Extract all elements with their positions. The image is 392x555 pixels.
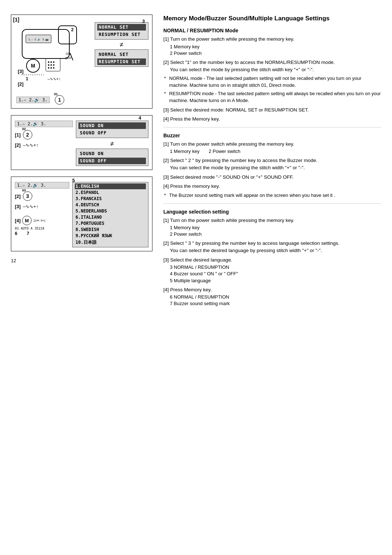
separator-2 [163, 203, 381, 204]
screen1-resumption-set: RESUMPTION SET [97, 31, 146, 38]
circle-1: 1 [55, 95, 64, 105]
svg-text:1: 1 [26, 76, 28, 81]
keypad-row1: 1.☆ 2.🔊 3. [16, 97, 50, 103]
svg-point-15 [53, 67, 54, 69]
sound-on-selected: SOUND ON [78, 122, 146, 129]
step-b-3-num: [3] [163, 174, 169, 180]
diag2-screens: SOUND ON SOUND OFF ≠ SOUND ON SOUND OFF [76, 121, 148, 166]
screen2-resumption-set: RESUMPTION SET [97, 58, 146, 65]
superscript-01: 01 [54, 92, 58, 96]
diag1-label2: [2] [18, 81, 24, 87]
main-title: Memory Mode/Buzzer Sound/Multiple Langua… [163, 15, 381, 23]
step-b-note: The Buzzer sound setting mark will appea… [163, 192, 381, 199]
step-b-3: [3] Select desired mode "-" SOUND ON or … [163, 174, 381, 181]
sound-on-2: SOUND ON [78, 150, 146, 157]
normal-resumption-title: NORMAL / RESUMPTION Mode [163, 28, 381, 33]
circle-num-1-container: 01 1 [55, 95, 64, 105]
svg-text:–∿∿+↑: –∿∿+↑ [48, 77, 61, 81]
step-l-4-text: Press Memory key. [170, 287, 212, 292]
sub-l-memory: 1 Memory key [170, 224, 381, 231]
diag2-num4: 4 [139, 115, 141, 121]
step-b-1-text: Turn on the power switch while pressing … [170, 141, 294, 147]
lang-italiano: 6.ITALIANO [75, 214, 146, 220]
step-nr-2-text: Select "1" on the number key to access t… [170, 60, 335, 65]
step-b-2-num: [2] [163, 158, 169, 163]
diag2-label1: [1] [15, 132, 21, 138]
sub-memory-key: 1 Memory key [170, 44, 381, 50]
num-6: 6 [15, 231, 17, 236]
diag2-label2: [2] [15, 142, 21, 148]
buzzer-steps: [1] Turn on the power switch while press… [163, 141, 381, 199]
step-l-4-num: [4] [163, 287, 169, 292]
step-l-2-note: You can select the desired language by p… [163, 247, 322, 254]
lang-swedish: 8.SWEDISH [75, 227, 146, 232]
language-title: Language selection setting [163, 209, 381, 215]
step-nr-2: [2] Select "1" on the number key to acce… [163, 59, 381, 73]
lang-francais: 3.FRANCAIS [75, 196, 146, 202]
svg-point-9 [53, 61, 54, 63]
sub-l-buzzer: 4 Buzzer sound " ON " or " OFF" [170, 271, 381, 277]
step-l-4-sub: 6 NORMAL / RESUMPTION 7 Buzzer sound set… [163, 294, 381, 307]
step-nr-1: [1] Turn on the power switch while press… [163, 36, 381, 57]
diagram1-screens: 3 NORMAL SET RESUMPTION SET ≠ NORMAL SET… [91, 19, 148, 92]
diagram-3: 1.☆ 2.🔊 3. [2] 03 3 [3] –∿∿+↑ [ [11, 177, 152, 251]
language-steps: [1] Turn on the power switch while press… [163, 217, 381, 307]
svg-text:1.☆ 2.🔊 3.📷: 1.☆ 2.🔊 3.📷 [28, 38, 49, 41]
language-list: 1.ENGLISH 2.ESPANOL 3.FRANCAIS 4.DEUTSCH… [72, 182, 148, 247]
lang-japanese: 10.日本語 [75, 239, 146, 246]
step-b-2: [2] Select " 2 " by pressing the number … [163, 157, 381, 171]
m-button: M [22, 216, 32, 225]
step-l-1-num: [1] [163, 218, 169, 223]
step-l-2-text: Select " 3 " by pressing the number key … [170, 240, 340, 246]
separator-1 [163, 127, 381, 127]
diag3-right: 5 1.ENGLISH 2.ESPANOL 3.FRANCAIS 4.DEUTS… [72, 182, 148, 247]
svg-point-11 [50, 64, 52, 66]
machine-svg: 1.☆ 2.🔊 3.📷 M [15, 19, 87, 91]
step-l-2: [2] Select " 3 " by pressing the number … [163, 240, 381, 254]
num-7: 7 [27, 231, 29, 236]
circle-2: 2 [23, 130, 32, 139]
diag3-keypad: 1.☆ 2.🔊 3. [15, 182, 69, 189]
sub-l-7: 7 Buzzer sound setting mark [170, 300, 381, 307]
step-nr-1-num: [1] [163, 36, 169, 42]
sound-screen1: SOUND ON SOUND OFF [76, 121, 148, 138]
svg-text:M: M [31, 63, 35, 69]
step-nr-note1: NORMAL mode - The last selected pattern … [163, 75, 381, 104]
sub-l-power: 2 Power switch [170, 231, 381, 238]
step-l-4: [4] Press Memory key. 6 NORMAL / RESUMPT… [163, 286, 381, 307]
note-list-b: The Buzzer sound setting mark will appea… [163, 192, 381, 199]
diag2-left: 1.☆ 2.🔊 3. [1] 02 2 [2] –∿∿+↑ [15, 121, 73, 148]
sound-off-selected: SOUND OFF [78, 158, 146, 164]
svg-rect-6 [46, 58, 60, 71]
svg-point-12 [53, 64, 54, 66]
step-nr-1-sub: 1 Memory key 2 Power switch [163, 44, 381, 57]
step-b-4-text: Press the memory key. [170, 183, 220, 189]
screen1-group: NORMAL SET RESUMPTION SET [95, 22, 148, 40]
step-nr-4: [4] Press the Memory key. [163, 116, 381, 123]
diag3-stitch: –∿∿+↑ [23, 204, 38, 209]
superscript-02: 02 [22, 127, 26, 131]
sound-screen2: SOUND ON SOUND OFF [76, 149, 148, 166]
machine-sketch-area: 1.☆ 2.🔊 3.📷 M [15, 19, 87, 92]
step-b-2-text: Select " 2 " by pressing the number key … [170, 158, 318, 163]
diagram-1: [1] 1.☆ 2.🔊 3.📷 M [11, 15, 152, 109]
step-b-1: [1] Turn on the power switch while press… [163, 141, 381, 155]
step-b-2-note: You can select the mode by pressing the … [163, 164, 305, 171]
diag1-num3: 3 [142, 19, 145, 24]
svg-point-8 [50, 61, 52, 63]
svg-point-10 [48, 64, 49, 66]
divider2: ≠ [76, 140, 148, 148]
diag1-label3: [3] [18, 69, 24, 74]
page-number: 12 [11, 258, 152, 263]
note-list-1: NORMAL mode - The last selected pattern … [163, 75, 381, 104]
diag3-left: 1.☆ 2.🔊 3. [2] 03 3 [3] –∿∿+↑ [ [15, 182, 69, 236]
lang-portugues: 7.PORTUGUES [75, 220, 146, 226]
sub-b-keys: 1 Memory key 2 Power switch [170, 148, 381, 155]
step-b-1-num: [1] [163, 141, 169, 147]
step-l-2-num: [2] [163, 240, 169, 246]
lang-nederlands: 5.NEDERLANDS [75, 208, 146, 214]
sub-l-multilang: 5 Multiple language [170, 278, 381, 284]
step-l-3-num: [3] [163, 257, 169, 263]
note-buzzer: The Buzzer sound setting mark will appea… [163, 192, 381, 199]
step-l-1: [1] Turn on the power switch while press… [163, 217, 381, 238]
